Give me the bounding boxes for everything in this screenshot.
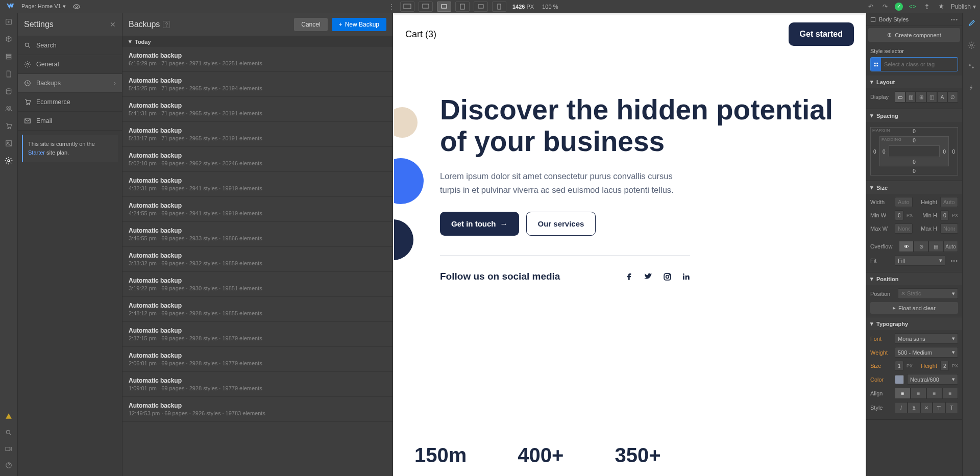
backup-item[interactable]: Automatic backup1:09:01 pm · 69 pages · … xyxy=(122,372,393,397)
backup-item[interactable]: Automatic backup2:06:01 pm · 69 pages · … xyxy=(122,347,393,372)
info-icon[interactable]: ? xyxy=(163,21,170,28)
preview-eye-icon[interactable] xyxy=(72,2,81,11)
ecommerce-rail-icon[interactable] xyxy=(4,121,13,131)
more-menu-icon[interactable]: ⋮ xyxy=(387,2,396,11)
assets-icon[interactable] xyxy=(4,139,13,148)
body-styles-menu-icon[interactable]: ••• xyxy=(950,16,958,22)
backup-item[interactable]: Automatic backup6:16:29 pm · 71 pages · … xyxy=(122,47,393,72)
fit-menu-icon[interactable]: ••• xyxy=(950,258,958,264)
height-input[interactable] xyxy=(940,197,958,207)
display-buttons[interactable]: ▭ ▥ ⊞ ◫ A ∅ xyxy=(895,91,958,103)
display-inline-button[interactable]: A xyxy=(937,91,948,103)
fontsize-input[interactable] xyxy=(895,361,903,371)
page-label[interactable]: Page: Home V1 ▾ xyxy=(21,3,66,10)
backup-item[interactable]: Automatic backup5:41:31 pm · 71 pages · … xyxy=(122,97,393,122)
minw-input[interactable] xyxy=(895,210,903,220)
lineheight-input[interactable] xyxy=(940,361,949,371)
settings-nav-general[interactable]: General xyxy=(18,55,122,74)
publish-button[interactable]: Publish ▾ xyxy=(951,3,976,10)
box-icon[interactable] xyxy=(4,35,13,44)
overflow-buttons[interactable]: 👁⊘▤Auto xyxy=(899,241,958,252)
canvas-zoom[interactable]: 100 % xyxy=(542,4,558,10)
backup-name: Automatic backup xyxy=(129,327,386,334)
align-buttons[interactable]: ≡≡≡≡ xyxy=(895,388,958,399)
audit-icon[interactable] xyxy=(937,2,946,11)
plan-link[interactable]: Starter xyxy=(28,149,45,156)
audit-rail-icon[interactable] xyxy=(4,412,13,421)
backup-item[interactable]: Automatic backup4:24:55 pm · 69 pages · … xyxy=(122,197,393,222)
class-selector[interactable] xyxy=(870,57,958,71)
status-check-icon[interactable]: ✓ xyxy=(895,3,903,11)
search-rail-icon[interactable] xyxy=(4,428,13,437)
position-dropdown[interactable]: ✕ Static▾ xyxy=(898,288,958,299)
canvas-width[interactable]: 1426 PX xyxy=(512,4,534,10)
class-input[interactable] xyxy=(881,58,958,70)
brush-icon[interactable] xyxy=(965,17,977,30)
undo-icon[interactable]: ↶ xyxy=(866,2,875,11)
settings-nav-search[interactable]: Search xyxy=(18,36,122,55)
create-component-button[interactable]: ⊕Create component xyxy=(868,28,960,42)
style-buttons[interactable]: I⊻✕⊤T xyxy=(895,402,958,413)
export-icon[interactable] xyxy=(922,2,932,11)
minh-input[interactable] xyxy=(940,210,949,220)
settings-right-icon[interactable] xyxy=(965,39,977,51)
settings-nav-backups[interactable]: Backups› xyxy=(18,74,122,93)
fit-dropdown[interactable]: Fill▾ xyxy=(895,255,945,266)
fontsize-label: Size xyxy=(870,363,892,369)
display-none-button[interactable]: ∅ xyxy=(947,91,958,103)
video-help-icon[interactable] xyxy=(4,444,13,454)
backup-item[interactable]: Automatic backup5:45:25 pm · 71 pages · … xyxy=(122,72,393,97)
backup-item[interactable]: Automatic backup3:46:55 pm · 69 pages · … xyxy=(122,222,393,247)
backup-item[interactable]: Automatic backup3:19:22 pm · 69 pages · … xyxy=(122,272,393,297)
cancel-button[interactable]: Cancel xyxy=(294,18,327,31)
add-element-icon[interactable] xyxy=(4,17,13,27)
code-icon[interactable]: <> xyxy=(908,2,917,11)
size-section[interactable]: ▾ Size xyxy=(866,181,962,194)
weight-dropdown[interactable]: 500 - Medium▾ xyxy=(895,347,958,358)
backup-item[interactable]: Automatic backup4:32:31 pm · 69 pages · … xyxy=(122,172,393,197)
display-inline-block-button[interactable]: ◫ xyxy=(926,91,937,103)
backup-item[interactable]: Automatic backup5:02:10 pm · 69 pages · … xyxy=(122,147,393,172)
width-input[interactable] xyxy=(895,197,913,207)
device-laptop-button[interactable] xyxy=(437,2,451,12)
backup-item[interactable]: Automatic backup3:33:32 pm · 69 pages · … xyxy=(122,247,393,272)
backup-item[interactable]: Automatic backup5:33:17 pm · 71 pages · … xyxy=(122,122,393,147)
display-flex-button[interactable]: ▥ xyxy=(905,91,916,103)
interactions-icon[interactable] xyxy=(965,60,977,72)
spacing-section[interactable]: ▾ Spacing xyxy=(866,109,962,122)
cms-icon[interactable] xyxy=(4,87,13,96)
settings-gear-icon[interactable] xyxy=(4,156,13,165)
device-mobile-landscape-button[interactable] xyxy=(474,2,488,12)
position-section[interactable]: ▾ Position xyxy=(866,272,962,285)
backup-item[interactable]: Automatic backup12:49:53 pm · 69 pages ·… xyxy=(122,397,393,422)
color-swatch[interactable] xyxy=(895,375,904,384)
display-block-button[interactable]: ▭ xyxy=(895,91,905,103)
font-dropdown[interactable]: Mona sans▾ xyxy=(895,333,958,344)
device-mobile-button[interactable] xyxy=(492,2,506,12)
spacing-editor[interactable]: MARGIN PADDING 0 0 0 0 0 0 0 0 xyxy=(870,127,958,176)
backup-list[interactable]: Automatic backup6:16:29 pm · 71 pages · … xyxy=(122,47,393,476)
device-desktop-button[interactable] xyxy=(419,2,433,12)
maxh-input[interactable] xyxy=(940,223,958,234)
navigator-icon[interactable] xyxy=(4,52,13,61)
lightning-icon[interactable] xyxy=(965,82,977,94)
webflow-logo[interactable] xyxy=(4,1,15,12)
color-dropdown[interactable]: Neutral/600▾ xyxy=(907,374,958,385)
display-grid-button[interactable]: ⊞ xyxy=(916,91,926,103)
help-icon[interactable] xyxy=(4,461,13,470)
pages-icon[interactable] xyxy=(4,69,13,79)
typography-section[interactable]: ▾ Typography xyxy=(866,317,962,330)
device-tablet-button[interactable] xyxy=(455,2,470,12)
device-xl-button[interactable] xyxy=(400,2,414,12)
settings-nav-email[interactable]: Email xyxy=(18,112,122,131)
close-settings-icon[interactable]: ✕ xyxy=(110,20,116,29)
layout-section[interactable]: ▾ Layout xyxy=(866,76,962,88)
settings-nav-ecommerce[interactable]: Ecommerce xyxy=(18,93,122,112)
redo-icon[interactable]: ↷ xyxy=(880,2,890,11)
backup-item[interactable]: Automatic backup2:37:15 pm · 69 pages · … xyxy=(122,322,393,347)
float-clear-button[interactable]: ▸ Float and clear xyxy=(870,302,958,314)
backup-item[interactable]: Automatic backup2:48:12 pm · 69 pages · … xyxy=(122,297,393,322)
maxw-input[interactable] xyxy=(895,223,913,234)
new-backup-button[interactable]: +New Backup xyxy=(332,18,386,31)
users-icon[interactable] xyxy=(4,104,13,113)
